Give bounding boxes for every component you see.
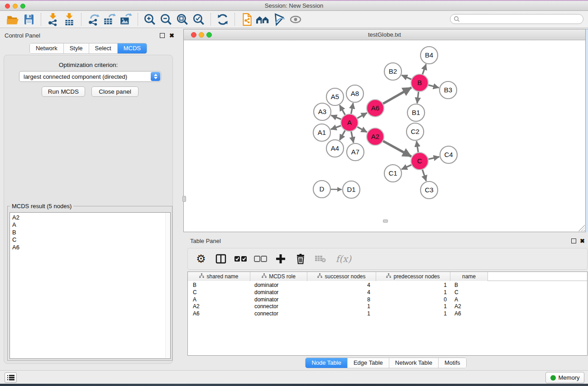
save-session-icon[interactable]: [21, 12, 37, 27]
search-input[interactable]: [460, 15, 583, 23]
network-window-close-button[interactable]: [191, 32, 196, 38]
app-close-button[interactable]: [5, 4, 10, 9]
edge-B-B2[interactable]: [402, 75, 411, 79]
node-A4[interactable]: A4: [326, 140, 344, 157]
memory-button[interactable]: Memory: [545, 372, 584, 383]
table-row[interactable]: Adominator80A: [188, 296, 587, 304]
import-table-icon[interactable]: [61, 12, 77, 27]
node-A7[interactable]: A7: [347, 143, 364, 161]
table-cell[interactable]: A2: [188, 303, 250, 310]
node-B1[interactable]: B1: [407, 104, 425, 121]
edge-A-A1[interactable]: [331, 125, 341, 129]
network-graph[interactable]: B4B2BB3A5A8A6B1A3AA1C2A2A4A7C4CC1C3DD1: [184, 40, 585, 232]
table-row[interactable]: A2connector11A2: [188, 303, 587, 310]
control-tab-network[interactable]: Network: [30, 43, 63, 53]
node-C3[interactable]: C3: [421, 181, 438, 199]
mcds-result-item[interactable]: C: [12, 236, 170, 243]
table-cell[interactable]: dominator: [250, 282, 307, 289]
edge-A-A8[interactable]: [351, 103, 354, 114]
table-settings-gear-icon[interactable]: ⚙: [194, 252, 208, 266]
app-minimize-button[interactable]: [13, 4, 18, 9]
edge-B-B3[interactable]: [428, 85, 439, 88]
export-network-icon[interactable]: [85, 12, 101, 27]
table-cell[interactable]: 4: [307, 282, 376, 289]
node-A1[interactable]: A1: [313, 124, 330, 141]
edge-A-A3[interactable]: [331, 115, 342, 119]
select-all-columns-icon[interactable]: [234, 252, 248, 266]
table-cell[interactable]: A2: [450, 303, 488, 310]
column-header-mcds-role[interactable]: MCDS role: [250, 272, 307, 281]
network-window-minimize-button[interactable]: [199, 32, 204, 38]
node-D1[interactable]: D1: [343, 181, 360, 198]
zoom-fit-icon[interactable]: [174, 12, 191, 27]
network-file-icon[interactable]: [239, 12, 255, 27]
edge-C-C3[interactable]: [422, 169, 426, 181]
mcds-result-item[interactable]: A6: [12, 244, 170, 251]
table-row[interactable]: Cdominator41C: [188, 289, 587, 296]
edge-A2-C[interactable]: [383, 141, 411, 157]
table-tab-node-table[interactable]: Node Table: [306, 358, 347, 368]
table-panel-float-icon[interactable]: [571, 238, 576, 243]
home-networks-icon[interactable]: [255, 12, 271, 27]
table-cell[interactable]: C: [450, 289, 488, 296]
zoom-out-icon[interactable]: [158, 12, 174, 27]
zoom-selected-icon[interactable]: [191, 12, 207, 27]
unselect-all-columns-icon[interactable]: [254, 252, 268, 266]
create-column-plus-icon[interactable]: [274, 252, 287, 266]
table-cell[interactable]: 8: [307, 296, 376, 304]
table-cell[interactable]: A6: [450, 310, 488, 318]
optimization-criterion-select[interactable]: largest connected component (directed): [19, 71, 161, 82]
search-field[interactable]: [450, 14, 583, 24]
table-cell[interactable]: C: [188, 289, 250, 296]
graphics-details-icon[interactable]: [271, 12, 287, 27]
network-window-zoom-button[interactable]: [206, 32, 212, 38]
table-row[interactable]: Bdominator41B: [188, 282, 587, 289]
node-B2[interactable]: B2: [384, 63, 402, 80]
control-tab-select[interactable]: Select: [89, 43, 117, 53]
node-C1[interactable]: C1: [384, 165, 402, 182]
edge-A6-B[interactable]: [383, 87, 411, 104]
table-tab-network-table[interactable]: Network Table: [389, 358, 438, 368]
node-A6[interactable]: A6: [367, 100, 384, 117]
horizontal-scroll-stub[interactable]: [383, 219, 388, 223]
mcds-result-item[interactable]: B: [12, 229, 170, 236]
vertical-scroll-stub[interactable]: [182, 196, 186, 202]
edge-C-C1[interactable]: [402, 165, 412, 169]
node-C[interactable]: C: [411, 152, 428, 170]
column-header-predecessor-nodes[interactable]: predecessor nodes: [376, 272, 450, 281]
table-cell[interactable]: A6: [188, 310, 250, 318]
control-panel-close-icon[interactable]: ✖: [169, 33, 174, 38]
node-B[interactable]: B: [411, 74, 428, 91]
node-A5[interactable]: A5: [326, 88, 344, 105]
export-image-icon[interactable]: [118, 12, 134, 27]
table-cell[interactable]: dominator: [250, 296, 307, 304]
edge-C-C2[interactable]: [416, 141, 418, 152]
node-B4[interactable]: B4: [421, 47, 438, 64]
column-header-successor-nodes[interactable]: successor nodes: [307, 272, 376, 281]
eye-icon[interactable]: [287, 12, 304, 27]
edge-A-A2[interactable]: [357, 127, 367, 132]
node-A[interactable]: A: [341, 114, 358, 131]
close-panel-button[interactable]: Close panel: [91, 86, 139, 97]
table-cell[interactable]: B: [188, 282, 250, 289]
edge-A-A7[interactable]: [351, 131, 354, 143]
mcds-result-list[interactable]: A2ABCA6: [10, 212, 171, 359]
mcds-result-item[interactable]: A2: [12, 214, 170, 221]
node-B3[interactable]: B3: [440, 81, 457, 99]
table-cell[interactable]: 4: [307, 289, 376, 296]
edge-A-A4[interactable]: [339, 130, 345, 140]
table-cell[interactable]: 1: [376, 282, 450, 289]
edge-B-B4[interactable]: [422, 64, 426, 75]
table-cell[interactable]: 1: [376, 310, 450, 318]
table-row[interactable]: A6connector11A6: [188, 310, 587, 318]
app-zoom-button[interactable]: [20, 4, 25, 9]
edge-C-C4[interactable]: [428, 157, 440, 159]
edge-A-A6[interactable]: [357, 113, 367, 118]
table-cell[interactable]: connector: [250, 303, 307, 310]
node-A8[interactable]: A8: [346, 85, 363, 102]
table-cell[interactable]: 1: [376, 289, 450, 296]
node-D[interactable]: D: [313, 181, 330, 198]
node-A2[interactable]: A2: [367, 128, 384, 145]
mcds-result-item[interactable]: A: [12, 221, 170, 229]
edge-A-A5[interactable]: [339, 105, 345, 115]
